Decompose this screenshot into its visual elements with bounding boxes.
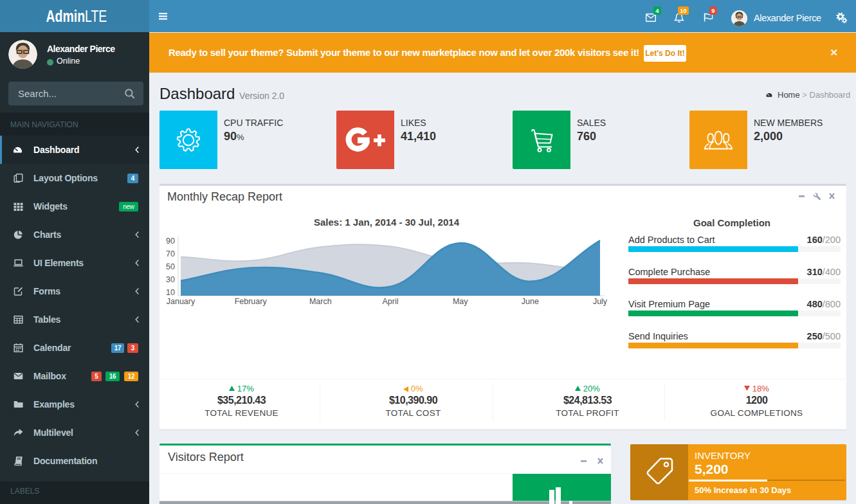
svg-text:April: April — [382, 297, 398, 306]
svg-text:January: January — [167, 297, 196, 306]
svg-text:10: 10 — [166, 288, 175, 297]
svg-text:March: March — [309, 297, 332, 306]
svg-text:June: June — [522, 297, 539, 306]
svg-text:February: February — [235, 297, 268, 306]
svg-text:90: 90 — [166, 237, 175, 246]
svg-text:70: 70 — [166, 249, 175, 258]
svg-text:50: 50 — [166, 262, 175, 271]
svg-text:May: May — [453, 297, 468, 306]
svg-text:July: July — [593, 297, 608, 306]
svg-text:30: 30 — [166, 275, 175, 284]
